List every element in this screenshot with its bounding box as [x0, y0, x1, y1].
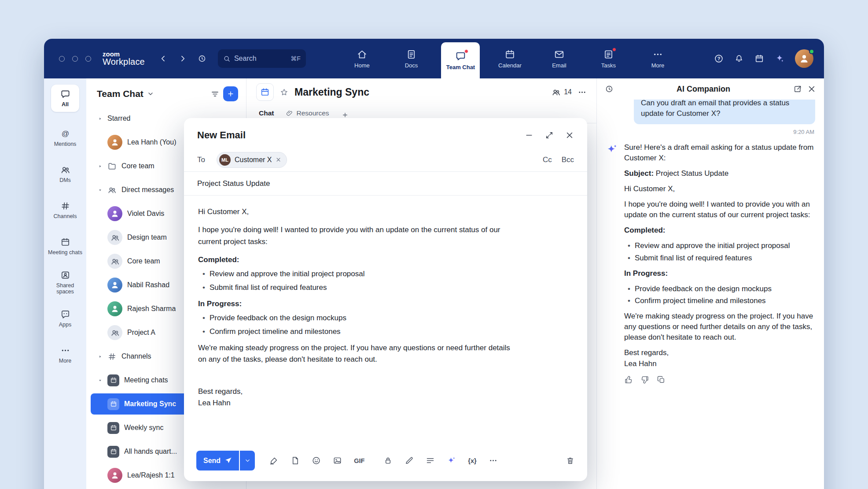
search-shortcut: ⌘F: [291, 55, 301, 62]
edit-button[interactable]: [405, 456, 414, 465]
more-icon: [652, 49, 663, 60]
ai-panel-header: AI Companion: [597, 78, 824, 100]
more-icon: [60, 345, 70, 356]
to-field[interactable]: To ML Customer X Cc Bcc: [184, 148, 587, 172]
emoji-button[interactable]: [312, 456, 321, 465]
minimize-button[interactable]: [525, 131, 533, 140]
rail-shared-spaces[interactable]: Shared spaces: [47, 266, 83, 299]
notification-dot: [464, 49, 468, 53]
window-controls[interactable]: [59, 56, 91, 62]
variables-button[interactable]: {x}: [468, 457, 476, 464]
ai-intro: Sure! Here's a draft email asking for a …: [624, 142, 815, 163]
main-nav: Home Docs Team Chat Calendar Email: [309, 39, 710, 78]
calendar-icon: [754, 54, 764, 63]
docs-icon: [406, 49, 417, 60]
rail-all[interactable]: All: [51, 85, 79, 112]
home-icon: [357, 49, 368, 60]
ai-history-button[interactable]: [605, 85, 614, 93]
copy-icon: [657, 375, 666, 384]
rail-dms[interactable]: DMs: [47, 158, 83, 190]
new-chat-button[interactable]: [223, 86, 238, 101]
channel-more-button[interactable]: [577, 88, 587, 97]
more-options-button[interactable]: [489, 456, 498, 465]
search-input[interactable]: Search ⌘F: [218, 49, 306, 68]
profile-avatar[interactable]: [795, 49, 813, 68]
chevron-right-icon: [98, 164, 103, 169]
send-options-button[interactable]: [240, 451, 255, 470]
filter-button[interactable]: [210, 89, 220, 99]
gif-button[interactable]: GIF: [354, 457, 364, 464]
schedule-button[interactable]: [754, 54, 764, 63]
attach-file-button[interactable]: [291, 456, 300, 465]
help-button[interactable]: [714, 54, 724, 63]
minimize-icon: [525, 131, 533, 140]
image-icon: [333, 456, 342, 465]
emoji-icon: [312, 456, 321, 465]
template-button[interactable]: [426, 456, 435, 465]
thumbs-up-button[interactable]: [624, 375, 633, 384]
forward-button[interactable]: [178, 54, 187, 63]
ai-paragraph: I hope you're doing well! I wanted to pr…: [624, 199, 815, 220]
ai-companion-button[interactable]: [775, 54, 784, 63]
apps-icon: [60, 309, 70, 319]
ai-sparkle-icon: [606, 143, 618, 156]
ai-open-window-button[interactable]: [793, 85, 802, 93]
maximize-window-dot[interactable]: [85, 56, 91, 62]
rail-more[interactable]: More: [47, 338, 83, 371]
minimize-window-dot[interactable]: [72, 56, 78, 62]
encrypt-button[interactable]: [383, 456, 393, 465]
chevron-down-icon: [98, 188, 103, 193]
bcc-button[interactable]: Bcc: [562, 156, 574, 164]
back-button[interactable]: [159, 54, 168, 63]
copy-button[interactable]: [657, 375, 666, 384]
send-button[interactable]: Send: [196, 451, 239, 470]
thumbs-down-button[interactable]: [640, 375, 649, 384]
nav-more[interactable]: More: [638, 39, 677, 78]
calendar-icon: [504, 49, 515, 60]
nav-calendar[interactable]: Calendar: [490, 39, 529, 78]
brand-workplace: Workplace: [103, 57, 145, 67]
ai-conversation: Can you draft an email that provides a s…: [597, 100, 824, 489]
cc-button[interactable]: Cc: [543, 156, 552, 164]
members-button[interactable]: 14: [552, 88, 572, 97]
ai-close-button[interactable]: [807, 85, 816, 93]
nav-team-chat[interactable]: Team Chat: [441, 42, 480, 78]
email-body-editor[interactable]: Hi Customer X, I hope you're doing well!…: [184, 196, 587, 445]
subject-field[interactable]: Project Status Update: [184, 172, 587, 196]
star-channel-button[interactable]: [280, 88, 289, 97]
document-icon: [291, 456, 300, 465]
rail-mentions[interactable]: Mentions: [47, 122, 83, 154]
hash-icon: [60, 201, 70, 211]
list-item: Review and approve the initial project p…: [624, 241, 815, 251]
notifications-button[interactable]: [734, 54, 744, 63]
avatar: [107, 206, 122, 221]
chevron-down-icon[interactable]: [147, 90, 154, 97]
ai-companion-panel: AI Companion Can you draft an email that…: [596, 78, 824, 489]
nav-home[interactable]: Home: [342, 39, 381, 78]
discard-draft-button[interactable]: [566, 456, 575, 465]
avatar: [107, 278, 122, 293]
remove-recipient-button[interactable]: [276, 157, 281, 163]
email-inprogress-list: Provide feedback on the design mockups C…: [198, 312, 513, 337]
avatar: [107, 301, 122, 316]
chat-icon: [60, 89, 70, 99]
sidebar-title[interactable]: Team Chat: [97, 89, 143, 99]
rail-apps[interactable]: Apps: [47, 302, 83, 335]
chevron-down-icon: [244, 457, 251, 464]
expand-button[interactable]: [545, 131, 554, 140]
close-button[interactable]: [565, 131, 574, 140]
history-button[interactable]: [198, 54, 206, 63]
chevron-right-icon: [98, 354, 103, 359]
signature-button[interactable]: [269, 456, 279, 465]
meeting-chat-icon: [107, 422, 119, 434]
nav-email[interactable]: Email: [540, 39, 578, 78]
close-window-dot[interactable]: [59, 56, 65, 62]
ai-assist-button[interactable]: [447, 456, 456, 465]
open-in-new-icon: [793, 85, 802, 93]
nav-docs[interactable]: Docs: [392, 39, 430, 78]
recipient-chip[interactable]: ML Customer X: [217, 152, 287, 168]
rail-meeting-chats[interactable]: Meeting chats: [47, 230, 83, 263]
rail-channels[interactable]: Channels: [47, 194, 83, 226]
insert-image-button[interactable]: [333, 456, 342, 465]
nav-tasks[interactable]: Tasks: [589, 39, 628, 78]
